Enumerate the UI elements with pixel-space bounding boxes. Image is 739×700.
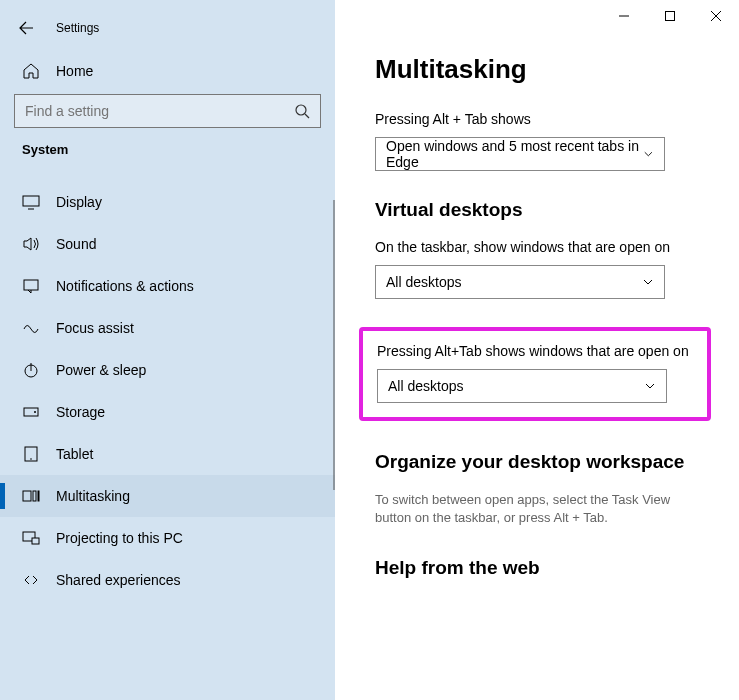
sidebar-item-label: Sound (56, 236, 96, 252)
sidebar-item-label: Projecting to this PC (56, 530, 183, 546)
sidebar-item-projecting[interactable]: Projecting to this PC (0, 517, 335, 559)
sidebar-item-label: Notifications & actions (56, 278, 194, 294)
sidebar-item-storage[interactable]: Storage (0, 391, 335, 433)
alttab-label: Pressing Alt + Tab shows (375, 111, 709, 127)
svg-rect-2 (24, 280, 38, 290)
svg-rect-9 (33, 491, 36, 501)
sidebar-item-label: Tablet (56, 446, 93, 462)
vd-alttab-label: Pressing Alt+Tab shows windows that are … (377, 343, 693, 359)
search-icon (294, 103, 310, 119)
chevron-down-icon (644, 380, 656, 392)
svg-rect-10 (38, 491, 39, 501)
sidebar-item-label: Storage (56, 404, 105, 420)
tablet-icon (22, 445, 40, 463)
svg-point-0 (296, 105, 306, 115)
main-content: Multitasking Pressing Alt + Tab shows Op… (335, 0, 739, 700)
minimize-button[interactable] (601, 0, 647, 32)
minimize-icon (619, 11, 629, 21)
power-icon (22, 361, 40, 379)
focus-assist-icon (22, 319, 40, 337)
dropdown-value: Open windows and 5 most recent tabs in E… (386, 138, 643, 170)
maximize-button[interactable] (647, 0, 693, 32)
notifications-icon (22, 277, 40, 295)
search-box[interactable] (14, 94, 321, 128)
highlight-box: Pressing Alt+Tab shows windows that are … (359, 327, 711, 421)
dropdown-value: All desktops (388, 378, 463, 394)
nav-list: Display Sound Notifications & actions Fo… (0, 181, 335, 601)
vd-taskbar-label: On the taskbar, show windows that are op… (375, 239, 709, 255)
dropdown-value: All desktops (386, 274, 461, 290)
sidebar-item-label: Shared experiences (56, 572, 181, 588)
virtual-desktops-heading: Virtual desktops (375, 199, 709, 221)
sidebar-item-label: Power & sleep (56, 362, 146, 378)
sidebar-item-label: Focus assist (56, 320, 134, 336)
page-heading: Multitasking (375, 54, 709, 85)
sidebar-item-tablet[interactable]: Tablet (0, 433, 335, 475)
organize-heading: Organize your desktop workspace (375, 451, 709, 473)
svg-rect-12 (32, 538, 39, 544)
sidebar-item-multitasking[interactable]: Multitasking (0, 475, 335, 517)
close-icon (711, 11, 721, 21)
sidebar-item-sound[interactable]: Sound (0, 223, 335, 265)
svg-rect-1 (23, 196, 39, 206)
projecting-icon (22, 529, 40, 547)
search-input[interactable] (25, 103, 294, 119)
back-button[interactable] (14, 16, 38, 40)
home-nav[interactable]: Home (0, 54, 335, 92)
sidebar-item-focus-assist[interactable]: Focus assist (0, 307, 335, 349)
alttab-dropdown[interactable]: Open windows and 5 most recent tabs in E… (375, 137, 665, 171)
organize-desc: To switch between open apps, select the … (375, 491, 709, 527)
chevron-down-icon (642, 276, 654, 288)
close-button[interactable] (693, 0, 739, 32)
maximize-icon (665, 11, 675, 21)
sidebar-item-label: Multitasking (56, 488, 130, 504)
help-heading: Help from the web (375, 557, 709, 579)
back-arrow-icon (18, 20, 34, 36)
storage-icon (22, 403, 40, 421)
window-title: Settings (56, 21, 99, 35)
sidebar-item-notifications[interactable]: Notifications & actions (0, 265, 335, 307)
svg-rect-8 (23, 491, 31, 501)
home-label: Home (56, 63, 93, 79)
category-header: System (0, 142, 335, 167)
home-icon (22, 62, 40, 80)
display-icon (22, 193, 40, 211)
sidebar-item-label: Display (56, 194, 102, 210)
svg-point-5 (34, 411, 36, 413)
shared-experiences-icon (22, 571, 40, 589)
sidebar-item-shared-experiences[interactable]: Shared experiences (0, 559, 335, 601)
sidebar-item-power-sleep[interactable]: Power & sleep (0, 349, 335, 391)
sidebar-item-display[interactable]: Display (0, 181, 335, 223)
vd-alttab-dropdown[interactable]: All desktops (377, 369, 667, 403)
sound-icon (22, 235, 40, 253)
multitasking-icon (22, 487, 40, 505)
sidebar: Settings Home System Display Sound Notif… (0, 0, 335, 700)
svg-point-7 (30, 458, 32, 460)
chevron-down-icon (643, 148, 654, 160)
vd-taskbar-dropdown[interactable]: All desktops (375, 265, 665, 299)
svg-rect-13 (666, 12, 675, 21)
